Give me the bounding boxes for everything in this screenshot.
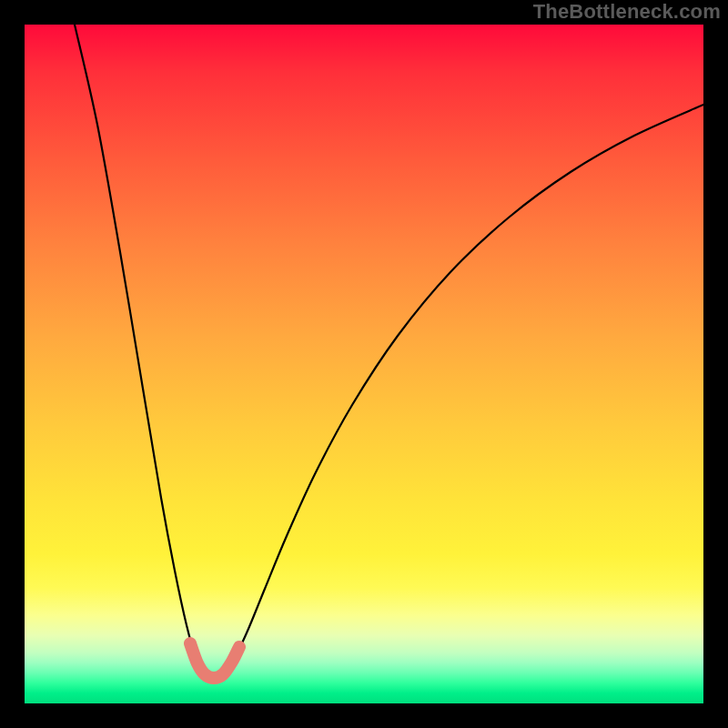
optimal-zone-marker	[190, 643, 239, 678]
chart-plot-area	[25, 25, 703, 703]
watermark-text: TheBottleneck.com	[533, 0, 721, 24]
chart-svg	[25, 25, 703, 703]
bottleneck-curve-line	[75, 25, 703, 679]
